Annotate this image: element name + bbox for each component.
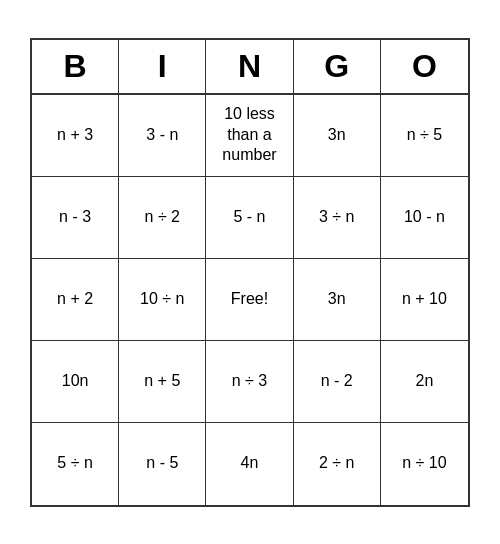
bingo-card: BINGO n + 33 - n10 less than a number3nn… <box>30 38 470 507</box>
cell-1: 3 - n <box>119 95 206 177</box>
cell-4: n ÷ 5 <box>381 95 468 177</box>
cell-20: 5 ÷ n <box>32 423 119 505</box>
cell-10: n + 2 <box>32 259 119 341</box>
cell-24: n ÷ 10 <box>381 423 468 505</box>
cell-22: 4n <box>206 423 293 505</box>
header-letter: O <box>381 40 468 93</box>
cell-21: n - 5 <box>119 423 206 505</box>
cell-8: 3 ÷ n <box>294 177 381 259</box>
cell-19: 2n <box>381 341 468 423</box>
cell-17: n ÷ 3 <box>206 341 293 423</box>
cell-18: n - 2 <box>294 341 381 423</box>
cell-7: 5 - n <box>206 177 293 259</box>
header-letter: B <box>32 40 119 93</box>
bingo-header: BINGO <box>32 40 468 95</box>
cell-0: n + 3 <box>32 95 119 177</box>
bingo-grid: n + 33 - n10 less than a number3nn ÷ 5n … <box>32 95 468 505</box>
cell-16: n + 5 <box>119 341 206 423</box>
cell-23: 2 ÷ n <box>294 423 381 505</box>
header-letter: G <box>294 40 381 93</box>
header-letter: N <box>206 40 293 93</box>
cell-5: n - 3 <box>32 177 119 259</box>
cell-15: 10n <box>32 341 119 423</box>
cell-12: Free! <box>206 259 293 341</box>
header-letter: I <box>119 40 206 93</box>
cell-13: 3n <box>294 259 381 341</box>
cell-11: 10 ÷ n <box>119 259 206 341</box>
cell-3: 3n <box>294 95 381 177</box>
cell-14: n + 10 <box>381 259 468 341</box>
cell-9: 10 - n <box>381 177 468 259</box>
cell-6: n ÷ 2 <box>119 177 206 259</box>
cell-2: 10 less than a number <box>206 95 293 177</box>
